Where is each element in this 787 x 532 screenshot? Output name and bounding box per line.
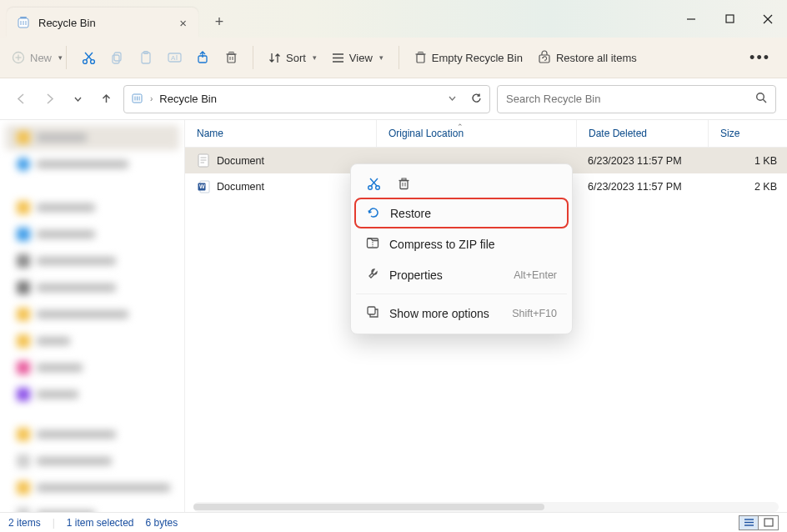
svg-rect-13: [114, 53, 121, 61]
restore-all-button[interactable]: Restore all items: [538, 51, 637, 64]
context-menu: Restore Compress to ZIP file Properties …: [350, 163, 573, 334]
empty-label: Empty Recycle Bin: [432, 52, 523, 64]
rename-button[interactable]: A: [168, 51, 182, 64]
ctx-compress[interactable]: Compress to ZIP file: [356, 228, 567, 259]
view-label: View: [349, 52, 373, 64]
ctx-compress-label: Compress to ZIP file: [389, 238, 495, 251]
chevron-down-icon: ▾: [313, 53, 317, 62]
details-view-button[interactable]: [739, 515, 759, 530]
navbar: › Recycle Bin: [0, 78, 787, 120]
restore-icon: [366, 205, 380, 222]
svg-rect-3: [726, 15, 734, 23]
copy-button[interactable]: [111, 51, 124, 64]
recent-locations-button[interactable]: [67, 87, 88, 112]
horizontal-scrollbar[interactable]: [193, 502, 779, 512]
search-box[interactable]: [497, 85, 776, 113]
ctx-more-label: Show more options: [389, 307, 489, 320]
col-original-location[interactable]: Original Location: [376, 120, 576, 147]
svg-text:A: A: [171, 54, 176, 62]
svg-rect-1: [20, 17, 27, 18]
view-button[interactable]: View▾: [332, 52, 383, 64]
share-button[interactable]: [197, 51, 210, 64]
wrench-icon: [366, 267, 379, 283]
svg-point-37: [757, 93, 764, 101]
close-window-button[interactable]: [749, 0, 787, 38]
search-input[interactable]: [506, 93, 755, 105]
thumbnails-view-button[interactable]: [759, 515, 779, 530]
file-name: Document: [217, 155, 264, 167]
text-file-icon: [197, 153, 210, 168]
svg-point-46: [368, 185, 372, 189]
svg-line-38: [763, 99, 766, 103]
ctx-delete-button[interactable]: [394, 174, 413, 193]
tab-close-button[interactable]: ×: [176, 14, 190, 32]
chevron-down-icon[interactable]: [448, 93, 457, 105]
toolbar: New ▾ A Sort▾ View▾ Empty Recycle Bin Re…: [0, 38, 787, 78]
chevron-down-icon: ▾: [379, 53, 383, 62]
status-selection: 1 item selected: [67, 517, 134, 529]
paste-button[interactable]: [139, 51, 153, 64]
file-size: 2 KB: [754, 181, 777, 193]
ctx-restore-label: Restore: [390, 207, 431, 220]
new-button[interactable]: New ▾: [12, 51, 63, 64]
ctx-restore[interactable]: Restore: [354, 198, 569, 228]
recycle-bin-icon: [17, 16, 30, 29]
restore-all-label: Restore all items: [556, 52, 637, 64]
address-bar[interactable]: › Recycle Bin: [123, 85, 490, 113]
tab-title: Recycle Bin: [38, 17, 96, 29]
svg-point-9: [83, 59, 88, 63]
status-bytes: 6 bytes: [146, 517, 178, 529]
status-bar: 2 items | 1 item selected 6 bytes: [0, 512, 787, 532]
minimize-button[interactable]: [672, 0, 710, 38]
new-tab-button[interactable]: +: [207, 9, 232, 34]
empty-recycle-bin-button[interactable]: Empty Recycle Bin: [414, 51, 523, 64]
titlebar: Recycle Bin × +: [0, 0, 787, 38]
ctx-properties[interactable]: Properties Alt+Enter: [356, 259, 567, 290]
word-file-icon: W: [197, 179, 210, 194]
up-button[interactable]: [95, 87, 117, 112]
svg-rect-61: [764, 519, 773, 526]
file-date: 6/23/2023 11:57 PM: [588, 181, 682, 193]
svg-rect-57: [368, 307, 375, 314]
address-path: Recycle Bin: [159, 93, 217, 105]
svg-point-47: [375, 185, 379, 189]
svg-point-10: [91, 59, 95, 63]
col-date-deleted[interactable]: Date Deleted: [576, 120, 708, 147]
svg-line-12: [85, 53, 92, 60]
svg-rect-31: [419, 53, 423, 54]
ctx-more-options[interactable]: Show more options Shift+F10: [356, 298, 567, 329]
svg-line-11: [86, 53, 93, 60]
file-size: 1 KB: [754, 155, 777, 167]
column-headers: Name ⌃ Original Location Date Deleted Si…: [185, 120, 787, 148]
back-button[interactable]: [10, 87, 32, 112]
forward-button[interactable]: [38, 87, 60, 112]
ctx-cut-button[interactable]: [364, 174, 383, 193]
window-controls: [672, 0, 787, 38]
svg-rect-50: [400, 180, 408, 188]
file-name: Document: [217, 181, 264, 193]
search-icon[interactable]: [755, 92, 767, 106]
chevron-right-icon: ›: [150, 94, 153, 103]
nav-sidebar[interactable]: [0, 120, 185, 512]
maximize-button[interactable]: [710, 0, 749, 38]
svg-rect-14: [113, 55, 119, 63]
more-options-icon: [366, 305, 379, 321]
delete-button[interactable]: [225, 51, 238, 64]
sort-indicator-icon: ⌃: [457, 123, 464, 131]
ctx-more-shortcut: Shift+F10: [512, 308, 557, 319]
zip-icon: [366, 236, 379, 252]
col-name[interactable]: Name: [185, 128, 376, 139]
sort-button[interactable]: Sort▾: [268, 52, 317, 64]
svg-line-48: [371, 178, 378, 186]
new-label: New: [30, 52, 52, 64]
cut-button[interactable]: [82, 51, 96, 65]
more-button[interactable]: •••: [744, 46, 775, 70]
svg-rect-21: [228, 54, 235, 63]
col-size[interactable]: Size: [708, 120, 787, 147]
ctx-properties-shortcut: Alt+Enter: [514, 269, 557, 281]
refresh-button[interactable]: [470, 92, 483, 107]
status-count: 2 items: [8, 517, 41, 529]
file-date: 6/23/2023 11:57 PM: [588, 155, 682, 167]
svg-rect-29: [417, 54, 424, 63]
tab-recycle-bin[interactable]: Recycle Bin ×: [7, 8, 198, 38]
